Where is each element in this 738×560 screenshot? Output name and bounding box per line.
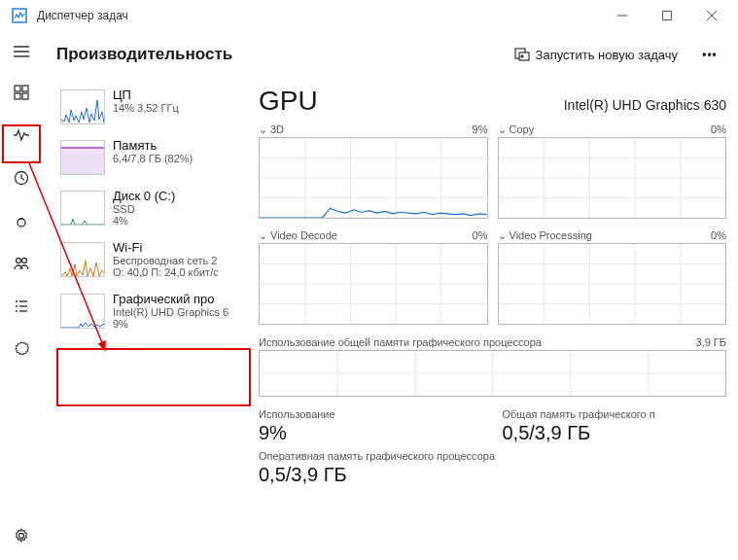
memory-title: Память bbox=[113, 138, 193, 153]
wifi-title: Wi-Fi bbox=[113, 240, 219, 255]
svg-rect-27 bbox=[61, 148, 105, 175]
resource-item-disk[interactable]: Диск 0 (C:) SSD 4% bbox=[56, 183, 251, 232]
nav-users[interactable] bbox=[3, 245, 40, 282]
wifi-sub: Беспроводная сеть 2 bbox=[113, 255, 219, 266]
gpu-sub2: 9% bbox=[113, 318, 228, 330]
chevron-down-icon: ⌄ bbox=[259, 123, 267, 136]
gpu-heading: GPU bbox=[259, 86, 318, 117]
chevron-down-icon: ⌄ bbox=[498, 123, 507, 136]
chart-videodecode bbox=[259, 243, 488, 325]
minimize-button[interactable] bbox=[600, 0, 645, 31]
gpu-title: Графический про bbox=[113, 292, 228, 306]
svg-rect-2 bbox=[663, 12, 672, 20]
chart-videodecode-value: 0% bbox=[473, 229, 488, 241]
disk-sub: SSD bbox=[113, 203, 175, 215]
maximize-button[interactable] bbox=[645, 0, 689, 31]
nav-app-history[interactable] bbox=[3, 159, 40, 196]
run-task-icon bbox=[514, 48, 530, 61]
svg-rect-8 bbox=[15, 86, 20, 91]
chart-shared-memory bbox=[259, 350, 726, 397]
chart-videoproc-dropdown[interactable]: ⌄Video Processing bbox=[498, 228, 592, 241]
hamburger-button[interactable] bbox=[3, 35, 40, 68]
stat-utilization-label: Использование bbox=[259, 408, 483, 420]
close-button[interactable] bbox=[689, 0, 734, 31]
disk-title: Диск 0 (C:) bbox=[113, 189, 175, 203]
chart-videoproc bbox=[498, 243, 727, 325]
chevron-down-icon: ⌄ bbox=[259, 229, 267, 242]
gpu-model: Intel(R) UHD Graphics 630 bbox=[564, 97, 726, 113]
gpu-thumb bbox=[60, 294, 105, 329]
app-icon bbox=[12, 8, 27, 23]
more-button[interactable]: ••• bbox=[693, 40, 726, 69]
page-title: Производительность bbox=[56, 45, 507, 64]
nav-processes[interactable] bbox=[3, 74, 40, 111]
gpu-sub: Intel(R) UHD Graphics 6 bbox=[113, 306, 228, 318]
chart-3d-dropdown[interactable]: ⌄3D bbox=[259, 122, 284, 135]
svg-rect-11 bbox=[22, 93, 28, 99]
cpu-thumb bbox=[60, 89, 105, 124]
chevron-down-icon: ⌄ bbox=[498, 229, 507, 242]
chart-copy bbox=[498, 137, 727, 219]
cpu-title: ЦП bbox=[113, 88, 179, 102]
stat-shared-value: 0,5/3,9 ГБ bbox=[503, 422, 727, 444]
svg-point-14 bbox=[17, 259, 21, 263]
detail-pane: GPU Intel(R) UHD Graphics 630 ⌄3D 9% bbox=[259, 82, 726, 560]
resource-item-memory[interactable]: Память 6,4/7,8 ГБ (82%) bbox=[56, 132, 251, 181]
svg-rect-9 bbox=[22, 86, 28, 91]
wifi-sub2: О: 40,0 П: 24,0 кбит/с bbox=[113, 266, 219, 278]
svg-point-15 bbox=[22, 259, 27, 263]
chart-3d bbox=[259, 137, 488, 219]
disk-sub2: 4% bbox=[113, 215, 175, 227]
run-task-label: Запустить новую задачу bbox=[536, 48, 678, 62]
run-new-task-button[interactable]: Запустить новую задачу bbox=[507, 44, 685, 66]
nav-performance[interactable] bbox=[3, 117, 40, 154]
disk-thumb bbox=[60, 191, 105, 226]
window-title: Диспетчер задач bbox=[37, 9, 600, 22]
memory-thumb bbox=[60, 140, 105, 175]
nav-settings[interactable] bbox=[3, 517, 40, 554]
titlebar: Диспетчер задач bbox=[0, 0, 738, 31]
stat-shared-label: Общая память графического п bbox=[503, 408, 727, 420]
nav-rail bbox=[0, 31, 43, 560]
wifi-thumb bbox=[60, 242, 105, 277]
memory-sub: 6,4/7,8 ГБ (82%) bbox=[113, 153, 193, 164]
nav-startup[interactable] bbox=[3, 202, 40, 239]
stat-dedicated-label: Оперативная память графического процессо… bbox=[259, 450, 726, 462]
shared-mem-max: 3,9 ГБ bbox=[695, 336, 726, 348]
svg-point-22 bbox=[19, 534, 24, 539]
resource-item-cpu[interactable]: ЦП 14% 3,52 ГГц bbox=[56, 82, 251, 130]
shared-mem-label: Использование общей памяти графического … bbox=[259, 336, 542, 348]
resource-list: ЦП 14% 3,52 ГГц Память 6,4/7,8 ГБ (82%) bbox=[56, 82, 251, 560]
chart-videodecode-dropdown[interactable]: ⌄Video Decode bbox=[259, 228, 337, 241]
chart-copy-value: 0% bbox=[711, 123, 726, 135]
svg-rect-10 bbox=[15, 93, 20, 99]
chart-copy-dropdown[interactable]: ⌄Copy bbox=[498, 122, 535, 135]
stat-utilization-value: 9% bbox=[259, 422, 483, 444]
resource-item-wifi[interactable]: Wi-Fi Беспроводная сеть 2 О: 40,0 П: 24,… bbox=[56, 234, 251, 284]
chart-3d-value: 9% bbox=[473, 123, 488, 135]
cpu-sub: 14% 3,52 ГГц bbox=[113, 102, 179, 114]
nav-services[interactable] bbox=[3, 331, 40, 368]
nav-details[interactable] bbox=[3, 288, 40, 325]
stat-dedicated-value: 0,5/3,9 ГБ bbox=[259, 464, 726, 486]
chart-videoproc-value: 0% bbox=[711, 229, 726, 241]
resource-item-gpu[interactable]: Графический про Intel(R) UHD Graphics 6 … bbox=[56, 286, 251, 335]
